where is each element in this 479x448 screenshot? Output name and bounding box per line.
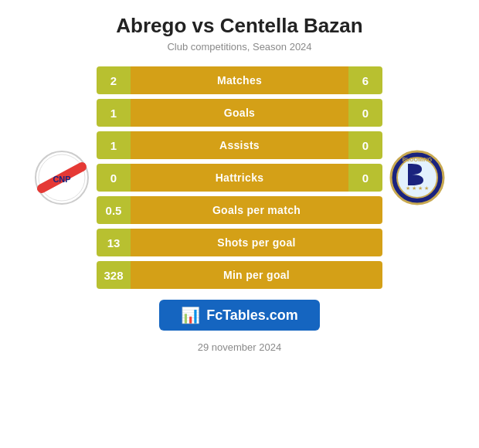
svg-text:BLOOMING: BLOOMING xyxy=(403,157,433,162)
stat-label-min-per-goal: Min per goal xyxy=(131,261,382,289)
stats-block: 2Matches61Goals01Assists00Hattricks00.5G… xyxy=(97,66,382,289)
main-section: CNP 2Matches61Goals01Assists00Hattricks0… xyxy=(0,66,479,289)
stat-row-goals-per-match: 0.5Goals per match xyxy=(97,196,382,224)
right-team-emblem: ★ ★ ★ ★ BLOOMING xyxy=(389,150,445,205)
team-logo-right: ★ ★ ★ ★ BLOOMING xyxy=(382,150,452,205)
fctables-label: FcTables.com xyxy=(206,307,298,324)
footer-date: 29 november 2024 xyxy=(198,341,281,353)
fctables-badge: 📊 FcTables.com xyxy=(159,300,320,331)
stat-right-matches: 6 xyxy=(348,66,382,94)
team-logo-left: CNP xyxy=(27,150,97,205)
stat-row-matches: 2Matches6 xyxy=(97,66,382,94)
stat-left-goals: 1 xyxy=(97,99,131,127)
stat-label-shots-per-goal: Shots per goal xyxy=(131,229,382,256)
stat-left-matches: 2 xyxy=(97,66,131,94)
stat-label-goals: Goals xyxy=(131,99,348,127)
stat-left-shots-per-goal: 13 xyxy=(97,229,131,256)
stat-right-assists: 0 xyxy=(348,131,382,159)
stat-label-hattricks: Hattricks xyxy=(131,164,348,192)
stat-row-goals: 1Goals0 xyxy=(97,99,382,127)
left-team-emblem: CNP xyxy=(34,150,90,205)
stat-label-matches: Matches xyxy=(131,66,348,94)
stat-row-assists: 1Assists0 xyxy=(97,131,382,159)
stat-right-goals: 0 xyxy=(348,99,382,127)
stat-label-assists: Assists xyxy=(131,131,348,159)
stat-label-goals-per-match: Goals per match xyxy=(131,196,382,224)
stat-row-hattricks: 0Hattricks0 xyxy=(97,164,382,192)
svg-text:★ ★ ★ ★: ★ ★ ★ ★ xyxy=(406,185,429,191)
fctables-icon: 📊 xyxy=(181,306,200,324)
svg-text:CNP: CNP xyxy=(53,175,70,184)
stat-left-goals-per-match: 0.5 xyxy=(97,196,131,224)
stat-left-hattricks: 0 xyxy=(97,164,131,192)
page-subtitle: Club competitions, Season 2024 xyxy=(167,41,311,53)
svg-rect-5 xyxy=(408,164,412,185)
stat-row-min-per-goal: 328Min per goal xyxy=(97,261,382,289)
page-title: Abrego vs Centella Bazan xyxy=(116,14,362,38)
stat-right-hattricks: 0 xyxy=(348,164,382,192)
page: Abrego vs Centella Bazan Club competitio… xyxy=(0,0,479,448)
stat-left-min-per-goal: 328 xyxy=(97,261,131,289)
stat-left-assists: 1 xyxy=(97,131,131,159)
stat-row-shots-per-goal: 13Shots per goal xyxy=(97,229,382,256)
